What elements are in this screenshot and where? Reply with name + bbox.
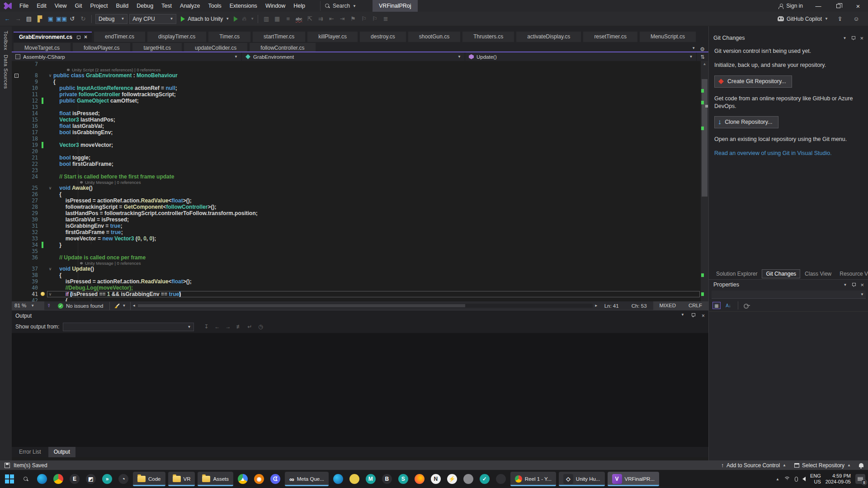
clear-all-icon[interactable]: ≢: [235, 324, 243, 330]
code-line[interactable]: 14 float isPressed;: [12, 110, 701, 117]
code-line[interactable]: 9{: [12, 79, 701, 85]
menu-git[interactable]: Git: [71, 0, 86, 12]
doc-tab-endTimer-cs[interactable]: endTimer.cs: [94, 32, 145, 42]
code-text[interactable]: {: [53, 272, 701, 278]
code-text[interactable]: public GameObject camOffset;: [53, 98, 701, 104]
code-line[interactable]: 31 isGrabbingEnv = true;: [12, 223, 701, 229]
split-editor-icon[interactable]: ⇅: [697, 52, 708, 61]
line-number[interactable]: 36: [21, 254, 41, 261]
indent-in-icon[interactable]: ⇥: [338, 14, 347, 23]
code-text[interactable]: float isPressed;: [53, 110, 701, 117]
clock-indicator[interactable]: 4:59 PM2024-09-05: [826, 473, 851, 485]
panel-tab-output[interactable]: Output: [48, 447, 75, 457]
issues-indicator[interactable]: ✓ No issues found: [53, 303, 108, 309]
code-text[interactable]: [53, 104, 701, 110]
medal-icon[interactable]: M: [364, 472, 377, 486]
add-item-icon[interactable]: ▥: [262, 14, 271, 23]
scroll-up-icon[interactable]: ▲: [701, 62, 708, 66]
menu-project[interactable]: Project: [86, 0, 112, 12]
chevron-down-icon[interactable]: ▼: [843, 36, 846, 40]
codelens-text[interactable]: Unity Message | 0 references: [85, 261, 141, 266]
menu-debug[interactable]: Debug: [132, 0, 157, 12]
breakpoint-margin[interactable]: [12, 148, 21, 155]
breakpoint-margin[interactable]: [12, 272, 21, 278]
search-button[interactable]: [19, 472, 33, 486]
output-source-select[interactable]: ▼: [63, 323, 194, 331]
git-overview-link[interactable]: Read an overview of using Git in Visual …: [714, 150, 832, 156]
code-text[interactable]: //Debug.Log(moveVector);: [53, 285, 701, 291]
output-content[interactable]: [12, 333, 708, 447]
code-line[interactable]: 40 //Debug.Log(moveVector);: [12, 285, 701, 291]
word-wrap-icon[interactable]: ≡: [283, 14, 292, 23]
breakpoint-margin[interactable]: [12, 104, 21, 110]
codelens-row[interactable]: Unity Message | 0 references: [12, 180, 701, 185]
code-text[interactable]: [53, 61, 701, 67]
redo-icon[interactable]: ↻: [79, 14, 88, 23]
notifications-bell-icon[interactable]: [859, 463, 863, 467]
find-message-icon[interactable]: ↧: [202, 324, 210, 330]
breakpoint-margin[interactable]: [12, 197, 21, 204]
chevron-down-icon[interactable]: ▼: [843, 283, 847, 287]
pin-icon[interactable]: [76, 35, 80, 40]
code-text[interactable]: {: [53, 79, 701, 85]
code-text[interactable]: bool toggle;: [53, 155, 701, 161]
hot-reload-icon[interactable]: 🔥︎: [240, 14, 249, 23]
breakpoint-margin[interactable]: [12, 85, 21, 91]
code-line[interactable]: 35: [12, 248, 701, 254]
list-members-icon[interactable]: ≣: [381, 14, 390, 23]
categorized-icon[interactable]: ▦: [712, 302, 721, 309]
tray-chevron-icon[interactable]: ▲: [776, 477, 779, 481]
code-line[interactable]: 20: [12, 148, 701, 155]
doc-tab-MenuScript-cs[interactable]: MenuScript.cs: [640, 32, 696, 42]
sticky-notes-icon[interactable]: [348, 472, 361, 486]
code-line[interactable]: 38 {: [12, 272, 701, 278]
line-number[interactable]: 16: [21, 123, 41, 129]
feedback-icon[interactable]: ☺: [852, 14, 861, 23]
code-text[interactable]: Vector3 lastHandPos;: [53, 117, 701, 123]
code-line[interactable]: 41∨ if (isPressed == 1 && isGrabbingEnv …: [12, 291, 701, 297]
doc-tab-resetTimer-cs[interactable]: resetTimer.cs: [583, 32, 637, 42]
code-line[interactable]: 22 bool firstGrabFrame;: [12, 161, 701, 167]
open-file-icon[interactable]: ▛: [35, 14, 44, 23]
solution-platform-select[interactable]: Any CPU▼: [129, 14, 176, 24]
line-number[interactable]: 40: [21, 285, 41, 291]
code-line[interactable]: ↑8∨public class GrabEnvironment : MonoBe…: [12, 72, 701, 79]
breakpoint-margin[interactable]: [12, 117, 21, 123]
line-number[interactable]: 12: [21, 98, 41, 104]
doc-tab-startTimer-cs[interactable]: startTimer.cs: [253, 32, 305, 42]
doc-tab-shootGun-cs[interactable]: shootGun.cs: [408, 32, 460, 42]
code-text[interactable]: lastGrabVal = isPressed;: [53, 216, 701, 223]
menu-tools[interactable]: Tools: [204, 0, 226, 12]
breakpoint-margin[interactable]: [12, 285, 21, 291]
speaker-icon[interactable]: [802, 477, 806, 481]
dock-tab-resource-view[interactable]: Resource View: [836, 270, 868, 278]
menu-extensions[interactable]: Extensions: [226, 0, 261, 12]
line-number[interactable]: 33: [21, 235, 41, 242]
code-text[interactable]: private followController followtrackingS…: [53, 91, 701, 98]
app-figure-icon[interactable]: ⚡: [445, 472, 459, 486]
line-number[interactable]: 26: [21, 191, 41, 197]
scroll-left-icon[interactable]: ▼: [132, 304, 137, 308]
select-pointer-icon[interactable]: ⇱: [305, 14, 314, 23]
code-text[interactable]: float lastGrabVal;: [53, 123, 701, 129]
app-s-icon[interactable]: S: [396, 472, 410, 486]
line-number[interactable]: 41: [21, 291, 41, 297]
code-line[interactable]: 18: [12, 136, 701, 142]
code-line[interactable]: 16 float lastGrabVal;: [12, 123, 701, 129]
discord-icon[interactable]: ᗧ: [269, 472, 282, 486]
code-line[interactable]: 28 followtrackingScript = GetComponent<f…: [12, 204, 701, 210]
select-repository-button[interactable]: Select Repository ▲: [794, 462, 851, 469]
code-text[interactable]: [53, 167, 701, 174]
breakpoint-margin[interactable]: [12, 291, 21, 297]
fold-chevron-icon[interactable]: ∨: [47, 291, 53, 297]
breakpoint-margin[interactable]: [12, 242, 21, 248]
close-icon[interactable]: ×: [860, 282, 864, 288]
pin-icon[interactable]: [691, 313, 695, 317]
codelens-text[interactable]: Unity Script (2 asset references) | 0 re…: [72, 67, 160, 72]
line-number[interactable]: 11: [21, 91, 41, 98]
dock-tab-solution-explorer[interactable]: Solution Explorer: [712, 270, 761, 278]
code-text[interactable]: isPressed = actionRef.action.ReadValue<f…: [53, 278, 701, 285]
line-number[interactable]: 22: [21, 161, 41, 167]
code-text[interactable]: // Start is called before the first fram…: [53, 174, 701, 180]
pin-icon[interactable]: [851, 282, 856, 287]
